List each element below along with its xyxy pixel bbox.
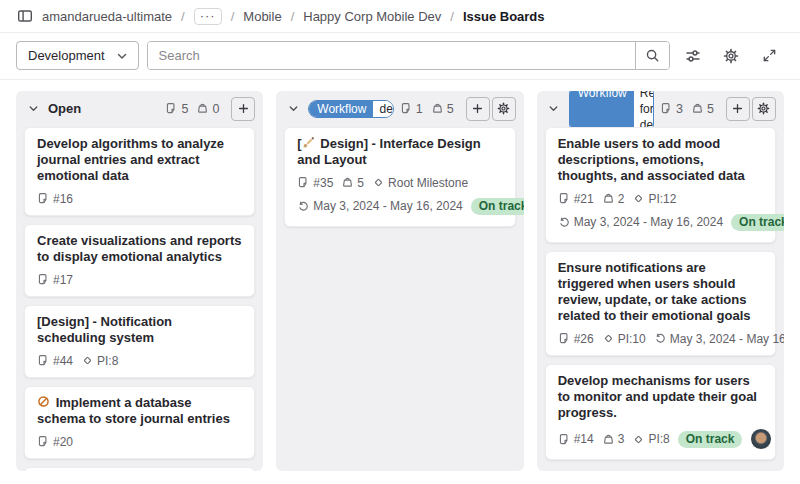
issue-reference: #16 <box>37 192 73 206</box>
weight-icon <box>691 102 704 115</box>
iteration-dates: May 3, 2024 - May 16, 2024 <box>654 332 784 346</box>
iteration-icon <box>558 216 571 229</box>
weight-icon <box>602 433 615 446</box>
column-card-list: Enable users to add mood descriptions, e… <box>537 126 784 468</box>
issue-reference: #26 <box>558 332 594 346</box>
issue-title[interactable]: Develop algorithms to analyze journal en… <box>37 136 242 184</box>
paintbrush-icon <box>302 136 315 149</box>
column-settings-button[interactable] <box>752 97 776 121</box>
maximize-icon <box>762 48 777 63</box>
issue-card[interactable]: Enable users to add mood descriptions, e… <box>545 127 776 243</box>
sliders-icon <box>685 48 701 64</box>
chevron-down-icon <box>547 102 560 115</box>
health-status-badge: On track <box>471 198 524 215</box>
issue-title[interactable]: Ensure notifications are triggered when … <box>558 260 763 324</box>
breadcrumb-project[interactable]: Happy Corp Mobile Dev <box>303 9 441 24</box>
collapse-column-button[interactable] <box>24 100 42 118</box>
issue-title[interactable]: Implement a database schema to store jou… <box>37 395 242 427</box>
issue-icon <box>37 273 50 286</box>
collapse-column-button[interactable] <box>545 100 563 118</box>
weight-badge: 3 <box>602 432 625 446</box>
diamond-icon <box>602 332 615 345</box>
plus-icon <box>731 102 744 115</box>
issue-icon <box>558 433 571 446</box>
program-increment-badge: PI:8 <box>81 354 118 368</box>
issue-card[interactable]: [Design] - Notification scheduling syste… <box>24 305 255 378</box>
issue-reference: #35 <box>297 176 333 190</box>
issue-reference: #44 <box>37 354 73 368</box>
weight-badge: 5 <box>341 176 364 190</box>
issue-icon <box>37 192 50 205</box>
issue-icon <box>165 102 178 115</box>
issue-title[interactable]: Enable users to add mood descriptions, e… <box>558 136 763 184</box>
weight-count: 5 <box>431 102 454 116</box>
plus-icon <box>237 102 250 115</box>
board-column-workflow-design: Workflow design 1 5 <box>276 91 523 471</box>
sidebar-toggle-icon[interactable] <box>17 8 33 24</box>
issue-card[interactable]: Ensure notifications are triggered when … <box>545 251 776 356</box>
chevron-down-icon <box>115 49 129 63</box>
weight-icon <box>341 176 354 189</box>
iteration-dates: May 3, 2024 - May 16, 2024 <box>297 199 462 213</box>
iteration-icon <box>654 332 667 345</box>
column-card-list: [ Design] - Interface Design and Layout … <box>276 126 523 235</box>
issue-card[interactable]: Task 3 #38 PI:7 May 3, 2024 - May 16, 20… <box>24 467 255 471</box>
board-config-sliders-button[interactable] <box>678 41 708 70</box>
search-button[interactable] <box>635 42 669 69</box>
add-issue-button[interactable] <box>231 97 255 121</box>
breadcrumb-group[interactable]: amandarueda-ultimate <box>42 9 172 24</box>
chevron-down-icon <box>287 102 300 115</box>
column-card-list: Develop algorithms to analyze journal en… <box>16 126 263 471</box>
issue-icon <box>400 102 413 115</box>
issue-card[interactable]: Develop mechanisms for users to monitor … <box>545 364 776 460</box>
diamond-icon <box>632 433 645 446</box>
add-issue-button[interactable] <box>466 97 490 121</box>
issue-title[interactable]: [ Design] - Interface Design and Layout <box>297 136 502 168</box>
diamond-icon <box>632 192 645 205</box>
issue-card[interactable]: Develop algorithms to analyze journal en… <box>24 127 255 216</box>
issue-reference: #17 <box>37 273 73 287</box>
search-input[interactable] <box>148 42 635 69</box>
issue-title[interactable]: Develop mechanisms for users to monitor … <box>558 373 763 421</box>
board-column-workflow-ready-for-dev: Workflow Ready for dev 3 5 <box>537 91 784 471</box>
iteration-icon <box>297 200 310 213</box>
diamond-icon <box>372 176 385 189</box>
issue-icon <box>660 102 673 115</box>
issue-title[interactable]: [Design] - Notification scheduling syste… <box>37 314 242 346</box>
breadcrumb: amandarueda-ultimate / ··· / Mobile / Ha… <box>0 0 800 33</box>
column-counts: 1 5 <box>400 102 454 116</box>
board-settings-button[interactable] <box>716 41 746 70</box>
issue-title[interactable]: Create visualizations and reports to dis… <box>37 233 242 265</box>
weight-count: 0 <box>196 102 219 116</box>
issue-icon <box>558 192 571 205</box>
board-switcher-dropdown[interactable]: Development <box>16 41 139 70</box>
column-title: Open <box>48 101 81 116</box>
issue-card[interactable]: Implement a database schema to store jou… <box>24 386 255 459</box>
label-value: design <box>373 101 393 117</box>
weight-count: 5 <box>691 102 714 116</box>
issue-card[interactable]: Create visualizations and reports to dis… <box>24 224 255 297</box>
column-settings-button[interactable] <box>492 97 516 121</box>
gear-icon <box>723 48 739 64</box>
issue-icon <box>297 176 310 189</box>
issue-reference: #20 <box>37 435 73 449</box>
column-scoped-label[interactable]: Workflow design <box>308 100 393 118</box>
issue-card[interactable]: [ Design] - Interface Design and Layout … <box>284 127 515 227</box>
column-header: Open 5 0 <box>16 91 263 126</box>
milestone-badge: Root Milestone <box>372 176 468 190</box>
collapse-column-button[interactable] <box>284 100 302 118</box>
label-scope: Workflow <box>309 101 373 117</box>
assignee-avatars <box>750 428 772 450</box>
add-issue-button[interactable] <box>726 97 750 121</box>
column-header: Workflow design 1 5 <box>276 91 523 126</box>
diamond-icon <box>81 354 94 367</box>
breadcrumb-separator: / <box>181 9 185 24</box>
breadcrumb-subgroup[interactable]: Mobile <box>243 9 281 24</box>
breadcrumb-ellipsis-button[interactable]: ··· <box>194 8 222 25</box>
issue-icon <box>37 435 50 448</box>
column-header: Workflow Ready for dev 3 5 <box>537 91 784 126</box>
weight-icon <box>196 102 209 115</box>
expand-fullscreen-button[interactable] <box>754 41 784 70</box>
plus-icon <box>471 102 484 115</box>
weight-badge: 2 <box>602 192 625 206</box>
